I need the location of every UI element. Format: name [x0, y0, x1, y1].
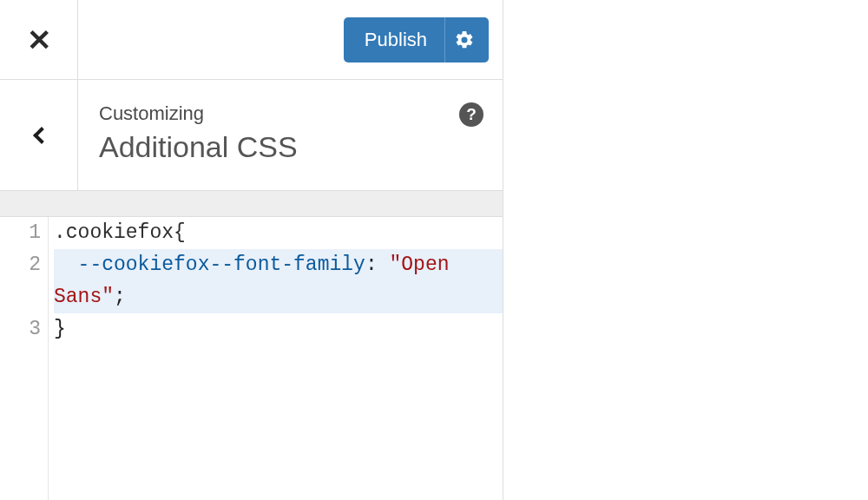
line-gutter: 1 2 3	[0, 217, 49, 500]
publish-button[interactable]: Publish	[344, 17, 489, 62]
customizer-sidebar: ✕ Publish Customizing Additional CSS ? 1	[0, 0, 503, 500]
code-content[interactable]: .cookiefox{ --cookiefox--font-family: "O…	[49, 217, 503, 500]
code-line: .cookiefox{	[54, 217, 503, 249]
close-button[interactable]: ✕	[0, 0, 78, 79]
customizer-header: ✕ Publish	[0, 0, 503, 80]
help-icon: ?	[466, 105, 477, 124]
section-eyebrow: Customizing	[99, 102, 482, 125]
help-button[interactable]: ?	[459, 102, 483, 127]
close-icon: ✕	[27, 25, 51, 55]
section-spacer	[0, 191, 503, 217]
publish-label: Publish	[344, 29, 444, 51]
code-line-active: --cookiefox--font-family: "Open Sans";	[54, 249, 503, 313]
code-line: }	[54, 313, 503, 345]
section-title-area: Customizing Additional CSS ?	[78, 80, 503, 190]
section-title: Additional CSS	[99, 130, 482, 164]
css-editor[interactable]: 1 2 3 .cookiefox{ --cookiefox--font-fami…	[0, 217, 503, 500]
gear-icon	[454, 30, 475, 50]
back-button[interactable]	[0, 80, 78, 190]
line-number: 3	[0, 313, 41, 345]
line-number: 1	[0, 217, 41, 249]
line-number: 2	[0, 249, 41, 313]
chevron-left-icon	[33, 127, 50, 144]
publish-actions: Publish	[78, 0, 503, 79]
preview-pane	[503, 0, 868, 500]
section-header: Customizing Additional CSS ?	[0, 80, 503, 191]
publish-settings-toggle[interactable]	[444, 17, 489, 62]
